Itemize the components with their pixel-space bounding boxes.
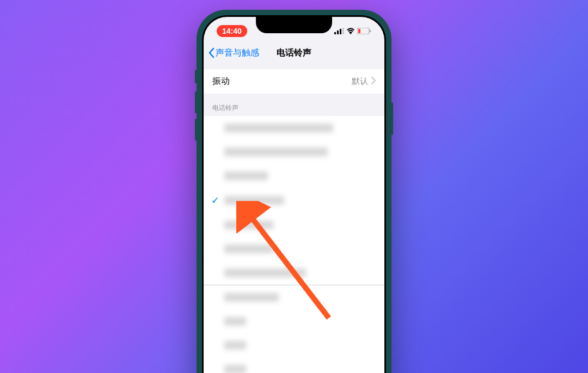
- cellular-icon: [334, 28, 344, 34]
- ringtone-item[interactable]: [204, 261, 384, 285]
- ringtone-item[interactable]: [204, 333, 384, 357]
- ringtone-item[interactable]: [204, 357, 384, 373]
- svg-rect-5: [358, 29, 360, 33]
- navigation-bar: 声音与触感 电话铃声: [204, 41, 384, 65]
- ringtone-label-blurred: [224, 124, 333, 132]
- svg-rect-6: [370, 30, 371, 32]
- ringtone-label-blurred: [224, 341, 246, 350]
- ringtone-item[interactable]: [204, 164, 384, 188]
- checkmark-icon: ✓: [211, 194, 224, 206]
- vibration-cell[interactable]: 振动 默认: [204, 69, 384, 94]
- ringtone-label-blurred: [224, 365, 246, 373]
- ringtone-label-blurred: [224, 221, 273, 229]
- status-time: 14:40: [217, 25, 247, 37]
- back-label: 声音与触感: [216, 47, 259, 59]
- phone-screen: 14:40 声音与触感 电话铃: [204, 17, 384, 373]
- vibration-label: 振动: [212, 76, 352, 87]
- ringtone-item[interactable]: [204, 213, 384, 237]
- ringtone-label-blurred: [224, 317, 246, 326]
- ringtone-section-header: 电话铃声: [204, 94, 384, 116]
- ringtone-list: ✓: [204, 116, 384, 373]
- ringtone-item[interactable]: [204, 140, 384, 164]
- volume-up-button: [195, 91, 197, 113]
- volume-down-button: [195, 119, 197, 140]
- chevron-left-icon: [208, 47, 215, 58]
- wifi-icon: [346, 28, 355, 34]
- ringtone-label-blurred: [224, 293, 279, 302]
- svg-rect-2: [340, 29, 341, 34]
- ringtone-label-blurred: [224, 172, 268, 180]
- svg-rect-3: [342, 28, 344, 34]
- ringtone-item[interactable]: [204, 116, 384, 140]
- notch: [256, 17, 332, 33]
- content-area: 振动 默认 电话铃声 ✓: [204, 65, 384, 373]
- chevron-right-icon: [371, 77, 376, 87]
- ringtone-item[interactable]: [204, 309, 384, 333]
- ringtone-label-blurred: [224, 148, 328, 156]
- ringtone-item[interactable]: ✓: [204, 188, 384, 213]
- ringtone-item[interactable]: [204, 285, 384, 309]
- ringtone-label-blurred: [224, 268, 306, 277]
- page-title: 电话铃声: [277, 47, 311, 59]
- silent-switch: [195, 70, 197, 83]
- svg-rect-0: [334, 32, 336, 34]
- back-button[interactable]: 声音与触感: [204, 47, 259, 59]
- vibration-value: 默认: [352, 76, 368, 87]
- power-button: [391, 102, 393, 135]
- battery-icon: [357, 28, 371, 34]
- ringtone-label-blurred: [224, 244, 273, 253]
- ringtone-item[interactable]: [204, 237, 384, 261]
- svg-rect-1: [337, 30, 339, 34]
- ringtone-label-blurred: [224, 196, 284, 205]
- phone-frame: 14:40 声音与触感 电话铃: [197, 10, 391, 373]
